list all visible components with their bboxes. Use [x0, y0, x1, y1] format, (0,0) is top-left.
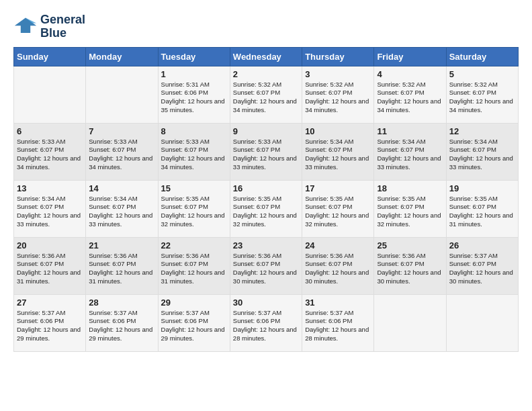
calendar-cell: 23Sunrise: 5:36 AM Sunset: 6:07 PM Dayli… [230, 237, 302, 294]
calendar-cell: 2Sunrise: 5:32 AM Sunset: 6:07 PM Daylig… [230, 66, 302, 123]
calendar-cell [86, 66, 158, 123]
svg-marker-0 [15, 17, 36, 33]
cell-info: Sunrise: 5:33 AM Sunset: 6:07 PM Dayligh… [17, 138, 83, 172]
day-number: 10 [305, 126, 371, 136]
header-cell-wednesday: Wednesday [230, 47, 302, 66]
calendar-cell: 31Sunrise: 5:37 AM Sunset: 6:06 PM Dayli… [302, 294, 374, 351]
day-number: 14 [89, 183, 154, 193]
day-number: 8 [161, 126, 227, 136]
header-cell-sunday: Sunday [14, 47, 86, 66]
day-number: 17 [305, 183, 371, 193]
cell-info: Sunrise: 5:36 AM Sunset: 6:07 PM Dayligh… [305, 252, 371, 286]
page-header: General Blue [13, 13, 519, 40]
day-number: 16 [233, 183, 299, 193]
day-number: 15 [161, 183, 227, 193]
calendar-cell: 4Sunrise: 5:32 AM Sunset: 6:07 PM Daylig… [374, 66, 446, 123]
day-number: 11 [377, 126, 443, 136]
day-number: 9 [233, 126, 299, 136]
calendar-cell: 20Sunrise: 5:36 AM Sunset: 6:07 PM Dayli… [14, 237, 86, 294]
day-number: 1 [161, 69, 227, 79]
cell-info: Sunrise: 5:33 AM Sunset: 6:07 PM Dayligh… [161, 138, 227, 172]
header-cell-tuesday: Tuesday [158, 47, 230, 66]
calendar-cell: 18Sunrise: 5:35 AM Sunset: 6:07 PM Dayli… [374, 180, 446, 237]
cell-info: Sunrise: 5:32 AM Sunset: 6:07 PM Dayligh… [233, 81, 299, 115]
cell-info: Sunrise: 5:34 AM Sunset: 6:07 PM Dayligh… [17, 195, 83, 229]
logo: General Blue [13, 13, 85, 40]
day-number: 3 [305, 69, 371, 79]
cell-info: Sunrise: 5:37 AM Sunset: 6:06 PM Dayligh… [89, 309, 154, 343]
day-number: 7 [89, 126, 154, 136]
calendar-cell [446, 294, 518, 351]
day-number: 27 [17, 298, 83, 308]
calendar-cell: 7Sunrise: 5:33 AM Sunset: 6:07 PM Daylig… [86, 123, 158, 180]
header-cell-saturday: Saturday [446, 47, 518, 66]
day-number: 12 [449, 126, 515, 136]
calendar-cell: 14Sunrise: 5:34 AM Sunset: 6:07 PM Dayli… [86, 180, 158, 237]
day-number: 30 [233, 298, 299, 308]
calendar-cell: 12Sunrise: 5:34 AM Sunset: 6:07 PM Dayli… [446, 123, 518, 180]
day-number: 25 [377, 240, 443, 250]
calendar-cell: 19Sunrise: 5:35 AM Sunset: 6:07 PM Dayli… [446, 180, 518, 237]
calendar-cell: 25Sunrise: 5:36 AM Sunset: 6:07 PM Dayli… [374, 237, 446, 294]
cell-info: Sunrise: 5:37 AM Sunset: 6:06 PM Dayligh… [233, 309, 299, 343]
calendar-cell: 24Sunrise: 5:36 AM Sunset: 6:07 PM Dayli… [302, 237, 374, 294]
calendar-cell: 28Sunrise: 5:37 AM Sunset: 6:06 PM Dayli… [86, 294, 158, 351]
day-number: 28 [89, 298, 154, 308]
week-row-3: 13Sunrise: 5:34 AM Sunset: 6:07 PM Dayli… [14, 180, 519, 237]
calendar-cell: 11Sunrise: 5:34 AM Sunset: 6:07 PM Dayli… [374, 123, 446, 180]
calendar-cell: 3Sunrise: 5:32 AM Sunset: 6:07 PM Daylig… [302, 66, 374, 123]
day-number: 24 [305, 240, 371, 250]
cell-info: Sunrise: 5:37 AM Sunset: 6:07 PM Dayligh… [449, 252, 515, 286]
cell-info: Sunrise: 5:37 AM Sunset: 6:06 PM Dayligh… [305, 309, 371, 343]
cell-info: Sunrise: 5:33 AM Sunset: 6:07 PM Dayligh… [233, 138, 299, 172]
calendar-cell: 5Sunrise: 5:32 AM Sunset: 6:07 PM Daylig… [446, 66, 518, 123]
cell-info: Sunrise: 5:34 AM Sunset: 6:07 PM Dayligh… [305, 138, 371, 172]
day-number: 4 [377, 69, 443, 79]
cell-info: Sunrise: 5:36 AM Sunset: 6:07 PM Dayligh… [233, 252, 299, 286]
calendar-cell: 10Sunrise: 5:34 AM Sunset: 6:07 PM Dayli… [302, 123, 374, 180]
day-number: 23 [233, 240, 299, 250]
cell-info: Sunrise: 5:36 AM Sunset: 6:07 PM Dayligh… [377, 252, 443, 286]
cell-info: Sunrise: 5:35 AM Sunset: 6:07 PM Dayligh… [161, 195, 227, 229]
day-number: 21 [89, 240, 154, 250]
day-number: 29 [161, 298, 227, 308]
week-row-5: 27Sunrise: 5:37 AM Sunset: 6:06 PM Dayli… [14, 294, 519, 351]
day-number: 13 [17, 183, 83, 193]
header-cell-thursday: Thursday [302, 47, 374, 66]
calendar-cell: 16Sunrise: 5:35 AM Sunset: 6:07 PM Dayli… [230, 180, 302, 237]
cell-info: Sunrise: 5:37 AM Sunset: 6:06 PM Dayligh… [17, 309, 83, 343]
calendar-cell: 30Sunrise: 5:37 AM Sunset: 6:06 PM Dayli… [230, 294, 302, 351]
week-row-1: 1Sunrise: 5:31 AM Sunset: 6:06 PM Daylig… [14, 66, 519, 123]
cell-info: Sunrise: 5:36 AM Sunset: 6:07 PM Dayligh… [17, 252, 83, 286]
day-number: 2 [233, 69, 299, 79]
day-number: 19 [449, 183, 515, 193]
cell-info: Sunrise: 5:37 AM Sunset: 6:06 PM Dayligh… [161, 309, 227, 343]
cell-info: Sunrise: 5:31 AM Sunset: 6:06 PM Dayligh… [161, 81, 227, 115]
cell-info: Sunrise: 5:34 AM Sunset: 6:07 PM Dayligh… [449, 138, 515, 172]
calendar-table: SundayMondayTuesdayWednesdayThursdayFrid… [13, 47, 519, 352]
cell-info: Sunrise: 5:32 AM Sunset: 6:07 PM Dayligh… [377, 81, 443, 115]
cell-info: Sunrise: 5:36 AM Sunset: 6:07 PM Dayligh… [161, 252, 227, 286]
calendar-cell: 21Sunrise: 5:36 AM Sunset: 6:07 PM Dayli… [86, 237, 158, 294]
day-number: 22 [161, 240, 227, 250]
calendar-cell: 8Sunrise: 5:33 AM Sunset: 6:07 PM Daylig… [158, 123, 230, 180]
logo-text: General Blue [40, 13, 85, 40]
cell-info: Sunrise: 5:35 AM Sunset: 6:07 PM Dayligh… [305, 195, 371, 229]
week-row-2: 6Sunrise: 5:33 AM Sunset: 6:07 PM Daylig… [14, 123, 519, 180]
cell-info: Sunrise: 5:35 AM Sunset: 6:07 PM Dayligh… [377, 195, 443, 229]
calendar-cell: 29Sunrise: 5:37 AM Sunset: 6:06 PM Dayli… [158, 294, 230, 351]
cell-info: Sunrise: 5:34 AM Sunset: 6:07 PM Dayligh… [89, 195, 154, 229]
header-cell-friday: Friday [374, 47, 446, 66]
day-number: 20 [17, 240, 83, 250]
calendar-cell: 22Sunrise: 5:36 AM Sunset: 6:07 PM Dayli… [158, 237, 230, 294]
cell-info: Sunrise: 5:35 AM Sunset: 6:07 PM Dayligh… [233, 195, 299, 229]
cell-info: Sunrise: 5:32 AM Sunset: 6:07 PM Dayligh… [449, 81, 515, 115]
day-number: 18 [377, 183, 443, 193]
cell-info: Sunrise: 5:36 AM Sunset: 6:07 PM Dayligh… [89, 252, 154, 286]
week-row-4: 20Sunrise: 5:36 AM Sunset: 6:07 PM Dayli… [14, 237, 519, 294]
cell-info: Sunrise: 5:33 AM Sunset: 6:07 PM Dayligh… [89, 138, 154, 172]
cell-info: Sunrise: 5:32 AM Sunset: 6:07 PM Dayligh… [305, 81, 371, 115]
calendar-cell: 15Sunrise: 5:35 AM Sunset: 6:07 PM Dayli… [158, 180, 230, 237]
day-number: 31 [305, 298, 371, 308]
calendar-cell [374, 294, 446, 351]
